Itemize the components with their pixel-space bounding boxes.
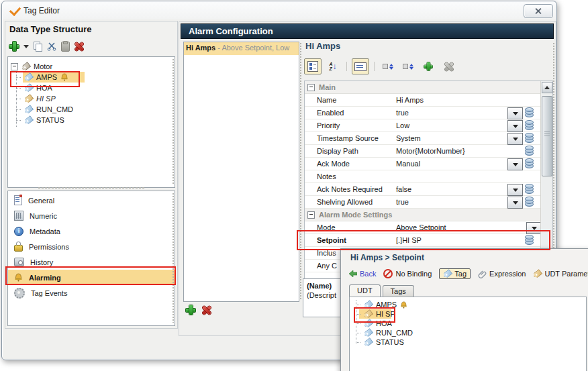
add-alarm-icon[interactable] [186,305,195,315]
binding-tree-amps[interactable]: AMPS [350,300,586,309]
alarm-bell-icon [14,273,23,282]
property-row-display-path[interactable]: Display Path Motor{MotorNumber} [305,145,541,158]
scroll-up-button[interactable] [542,82,552,93]
category-general[interactable]: General [8,193,175,208]
category-history[interactable]: History [8,254,175,270]
property-row-setpoint[interactable]: Setpoint [.]HI SP [305,234,541,247]
tag-binding-button[interactable]: Tag [439,268,471,279]
cut-icon[interactable] [47,42,56,51]
no-binding-button[interactable]: No Binding [383,269,432,278]
category-label: Numeric [30,212,57,220]
dropdown-button[interactable] [507,120,523,132]
dropdown-button[interactable] [507,107,523,119]
tree-node-label: HOA [376,319,392,327]
property-row-timestamp-source[interactable]: Timestamp Source System [305,132,541,145]
tree-node-label: RUN_CMD [376,329,413,337]
copy-icon[interactable] [34,42,42,51]
tree-branch [16,120,21,121]
add-property-button[interactable] [420,58,437,74]
tree-node-motor[interactable]: Motor [8,61,175,72]
collapse-section-icon[interactable] [307,211,315,219]
tree-node-amps[interactable]: AMPS [8,72,175,83]
title-bar[interactable]: Tag Editor [2,1,556,20]
binding-tree-runcmd[interactable]: RUN_CMD [350,328,586,337]
tag-property-categories[interactable]: General Numeric i Metadata Permissions H… [7,191,175,326]
category-permissions[interactable]: Permissions [8,239,175,254]
udt-parameter-binding-button[interactable]: UDT Parameter [533,270,588,278]
udt-structure-tree[interactable]: Motor AMPS HOA HI SP R [7,56,175,188]
delete-property-button[interactable] [440,58,457,74]
tag-icon [363,299,374,309]
splitter-handle[interactable] [38,187,145,189]
binding-tree-status[interactable]: STATUS [350,337,586,347]
window-title: Tag Editor [23,6,60,15]
category-alarming[interactable]: Alarming [8,270,175,285]
binding-button[interactable] [525,107,534,117]
expand-all-button[interactable] [379,58,397,74]
collapse-all-button[interactable] [399,58,417,74]
binding-button[interactable] [525,133,534,143]
alarm-list[interactable]: Hi Amps - Above Setpoint, Low [183,42,299,302]
expression-binding-button[interactable]: Expression [478,270,526,278]
tab-tags[interactable]: Tags [383,285,414,297]
binding-tree-hoa[interactable]: HOA [350,319,586,328]
paste-icon[interactable] [61,42,70,52]
binding-tag-tree[interactable]: AMPS HI SP HOA RUN_CMD STATUS [349,297,587,371]
alarm-detail: - Above Setpoint, Low [215,44,289,52]
binding-button[interactable] [525,158,534,168]
add-dropdown-caret-icon[interactable] [23,45,29,51]
property-row-priority[interactable]: Priority Low [305,119,541,132]
expression-icon [478,270,487,278]
dropdown-button[interactable] [507,158,523,170]
dropdown-icon [513,163,518,169]
sort-arrow-icon: ↓ [333,62,337,70]
category-numeric[interactable]: Numeric [8,208,175,223]
property-row-name[interactable]: Name Hi Amps [305,94,541,107]
property-row-ack-mode[interactable]: Ack Mode Manual [305,158,541,170]
collapse-section-icon[interactable] [307,84,315,91]
dropdown-button[interactable] [507,133,523,145]
tree-node-status[interactable]: STATUS [8,115,175,125]
tree-scroll-strip[interactable] [172,58,174,184]
sort-button[interactable]: AZ↓ [324,58,342,74]
tag-icon [23,83,34,93]
binding-button[interactable] [525,120,534,130]
property-row-mode[interactable]: Mode Above Setpoint [305,221,541,234]
remove-alarm-icon[interactable] [202,306,211,315]
property-row-shelving-allowed[interactable]: Shelving Allowed true [305,196,541,209]
binding-button[interactable] [525,184,534,194]
property-row-enabled[interactable]: Enabled true [305,107,541,119]
dropdown-button[interactable] [507,184,523,196]
list-scroll-strip[interactable] [172,193,174,323]
category-tag-events[interactable]: Tag Events [8,285,175,301]
delete-icon[interactable] [75,42,83,51]
scrollbar-thumb[interactable] [542,96,552,176]
alarm-list-item[interactable]: Hi Amps - Above Setpoint, Low [184,42,299,55]
categorized-view-button[interactable] [304,58,322,74]
tree-node-hisp[interactable]: HI SP [8,93,175,104]
binding-tree-hisp[interactable]: HI SP [350,309,586,319]
tab-udt[interactable]: UDT [349,284,381,297]
back-button[interactable]: Back [349,270,376,278]
add-icon[interactable] [9,42,19,51]
dropdown-button[interactable] [526,222,542,234]
left-panel-title: Data Type Structure [9,24,92,34]
tree-node-runcmd[interactable]: RUN_CMD [8,104,175,115]
category-label: Metadata [30,227,60,235]
property-row-ack-notes-required[interactable]: Ack Notes Required false [305,183,541,196]
collapse-expander-icon[interactable] [11,63,18,70]
close-button[interactable] [524,4,553,18]
category-metadata[interactable]: i Metadata [8,223,175,239]
general-icon [14,195,22,205]
dropdown-button[interactable] [507,197,523,209]
alarm-list-scroll-strip[interactable] [299,42,301,300]
binding-button[interactable] [525,197,534,207]
tag-icon [363,327,374,337]
binding-button[interactable] [525,235,534,245]
collapse-arrows-icon [409,62,413,72]
description-pane-toggle-button[interactable] [352,58,369,74]
binding-button[interactable] [525,146,534,156]
tree-node-hoa[interactable]: HOA [8,83,175,93]
tree-node-label: Motor [34,62,52,70]
property-row-notes[interactable]: Notes [305,170,541,183]
